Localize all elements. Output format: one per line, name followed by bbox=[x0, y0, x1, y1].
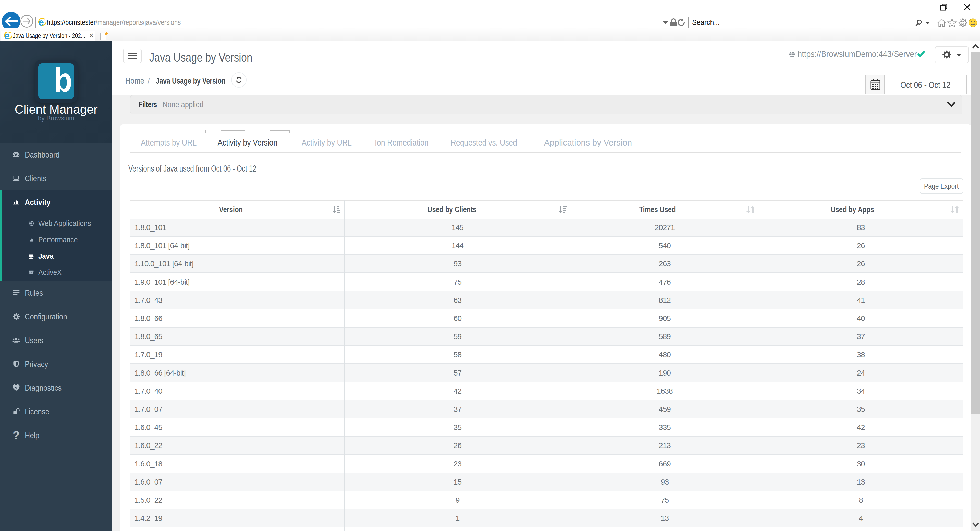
svg-text:e: e bbox=[38, 18, 44, 27]
svg-text:e: e bbox=[4, 32, 10, 40]
